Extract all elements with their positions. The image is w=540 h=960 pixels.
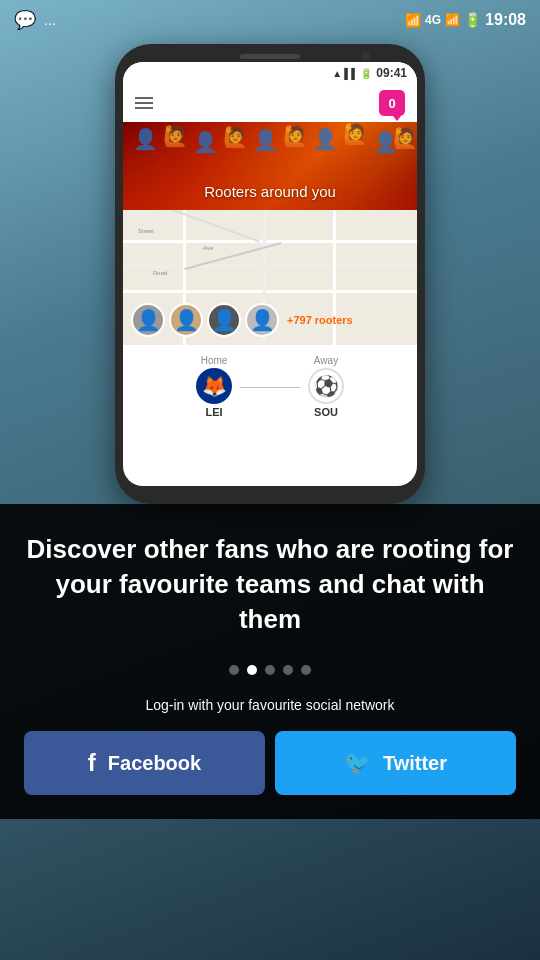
status-right: 📶 4G 📶 🔋 19:08 — [405, 11, 526, 29]
clock: 19:08 — [485, 11, 526, 29]
network-type: 4G — [425, 13, 441, 27]
crowd-figure: 🙋 — [223, 125, 248, 149]
away-team: Away ⚽ SOU — [308, 355, 344, 418]
inner-battery-icon: 🔋 — [360, 68, 372, 79]
discover-text: Discover other fans who are rooting for … — [24, 532, 516, 637]
avatar-4: 👤 — [245, 303, 279, 337]
away-badge: ⚽ — [308, 368, 344, 404]
crowd-figure: 🙋 — [343, 122, 368, 146]
hamburger-menu-icon[interactable] — [135, 97, 153, 109]
wifi-signal-icon: 📶 — [405, 13, 421, 28]
twitter-icon: 🐦 — [344, 750, 371, 776]
crowd-figure: 👤 — [313, 127, 338, 151]
signal-bars-icon: 📶 — [445, 13, 460, 27]
facebook-label: Facebook — [108, 752, 201, 775]
status-dots: ... — [44, 12, 56, 28]
crowd-figure: 👤 — [253, 128, 278, 152]
dot-2[interactable] — [247, 665, 257, 675]
crowd-figure: 🙋 — [393, 126, 417, 150]
twitter-login-button[interactable]: 🐦 Twitter — [275, 731, 516, 795]
crowd-figure: 🙋 — [283, 124, 308, 148]
twitter-label: Twitter — [383, 752, 447, 775]
dot-3[interactable] — [265, 665, 275, 675]
map-area: Street Ave Road 👤 👤 👤 👤 — [123, 210, 417, 345]
avatar-3: 👤 — [207, 303, 241, 337]
dot-5[interactable] — [301, 665, 311, 675]
dot-4[interactable] — [283, 665, 293, 675]
inner-signal-icon: ▌▌ — [344, 68, 358, 79]
vs-divider: —————— — [240, 381, 300, 392]
home-badge: 🦊 — [196, 368, 232, 404]
match-section: Home 🦊 LEI —————— Away ⚽ SOU — [123, 345, 417, 428]
phone-speaker — [240, 54, 300, 59]
avatar-2: 👤 — [169, 303, 203, 337]
rooters-count: +797 rooters — [287, 314, 353, 326]
away-code: SOU — [314, 406, 338, 418]
phone-camera — [362, 52, 370, 60]
home-code: LEI — [205, 406, 222, 418]
inner-clock: 09:41 — [376, 66, 407, 80]
whatsapp-icon: 💬 — [14, 9, 36, 31]
inner-wifi-icon: ▲ — [332, 68, 342, 79]
app-header: 0 — [123, 84, 417, 122]
away-label: Away — [314, 355, 338, 366]
avatar-row: 👤 👤 👤 👤 +797 rooters — [131, 303, 353, 337]
home-team: Home 🦊 LEI — [196, 355, 232, 418]
facebook-login-button[interactable]: f Facebook — [24, 731, 265, 795]
dots-indicator — [24, 665, 516, 675]
avatar-person-icon: 👤 — [136, 308, 161, 332]
home-label: Home — [201, 355, 228, 366]
inner-status-icons: ▲ ▌▌ 🔋 — [332, 68, 372, 79]
status-left: 💬 ... — [14, 9, 56, 31]
social-buttons: f Facebook 🐦 Twitter — [24, 731, 516, 795]
main-content: Discover other fans who are rooting for … — [0, 504, 540, 819]
phone-screen: ▲ ▌▌ 🔋 09:41 0 👤 — [123, 62, 417, 486]
status-bar: 💬 ... 📶 4G 📶 🔋 19:08 — [0, 0, 540, 36]
rooters-banner: 👤 🙋 👤 🙋 👤 🙋 👤 🙋 👤 🙋 Rooters around you — [123, 122, 417, 210]
avatar-person-icon: 👤 — [212, 308, 237, 332]
phone-container: ▲ ▌▌ 🔋 09:41 0 👤 — [0, 36, 540, 504]
avatar-person-icon: 👤 — [174, 308, 199, 332]
crowd-figure: 👤 — [193, 130, 218, 154]
notification-badge[interactable]: 0 — [379, 90, 405, 116]
inner-status-bar: ▲ ▌▌ 🔋 09:41 — [123, 62, 417, 84]
dot-1[interactable] — [229, 665, 239, 675]
crowd-figure: 👤 — [133, 127, 158, 151]
facebook-icon: f — [88, 749, 96, 777]
avatar-person-icon: 👤 — [250, 308, 275, 332]
crowd-figure: 🙋 — [163, 124, 188, 148]
battery-icon: 🔋 — [464, 12, 481, 28]
login-prompt: Log-in with your favourite social networ… — [24, 697, 516, 713]
avatar-1: 👤 — [131, 303, 165, 337]
phone-mockup: ▲ ▌▌ 🔋 09:41 0 👤 — [115, 44, 425, 504]
banner-title: Rooters around you — [123, 183, 417, 200]
